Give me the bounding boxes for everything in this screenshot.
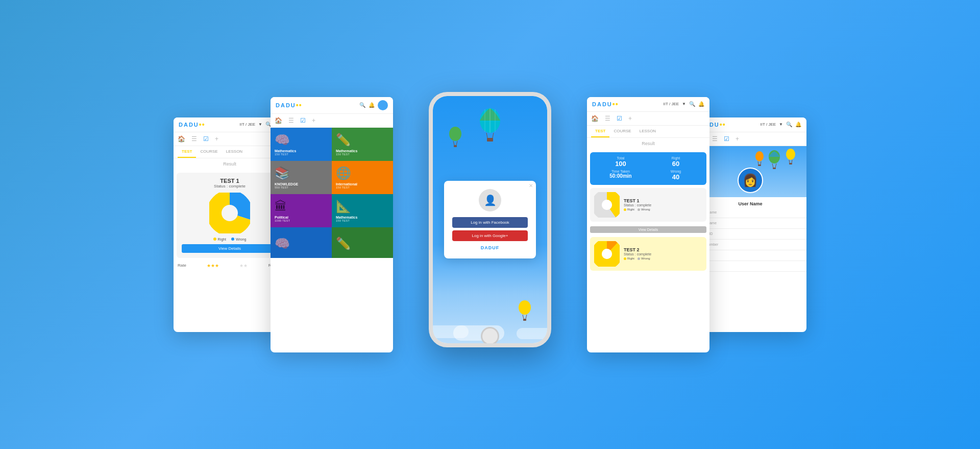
right-label: Right [218,238,226,241]
result-nav: D A D U •• IIT / JEE ▼ 🔍 🔔 [587,97,709,112]
svg-rect-9 [487,138,493,141]
left-tab-lesson[interactable]: LESSON [222,146,247,158]
courses-bell-icon[interactable]: 🔔 [369,102,375,108]
left-nav-course[interactable]: IIT / JEE [240,122,256,127]
left-tab-course[interactable]: COURSE [196,146,222,158]
courses-avatar[interactable] [378,100,388,110]
result-test2-status: Status : complete [624,252,702,256]
profile-last-name[interactable]: Last Name [694,218,806,229]
courses-home-icon[interactable]: 🏠 [275,117,282,124]
left-home-icon[interactable]: 🏠 [178,135,185,143]
phone-login-logo: DADUF [452,245,528,250]
svg-line-8 [493,133,494,138]
courses-brand: D A D U •• [276,101,302,109]
left-screen: D A D U •• IIT / JEE ▼ 🔍 🔔 🏠 ☰ ☑ + TEST … [174,117,286,332]
result-menu-icon[interactable]: ☰ [605,115,610,122]
course-tile-3[interactable]: 🌐 International 150 TEST [332,161,393,194]
result-check-icon[interactable]: ☑ [617,115,622,122]
profile-city-label: City [699,253,801,257]
result-tab-test[interactable]: TEST [591,126,609,137]
stat-time: Time Taken 50:00min [594,170,647,181]
course-icon-6: 🧠 [275,237,290,251]
course-tile-6[interactable]: 🧠 [271,227,332,258]
result-search-icon[interactable]: 🔍 [689,101,695,107]
profile-balloon-3 [754,151,765,169]
result-home-icon[interactable]: 🏠 [591,115,599,122]
course-tile-0[interactable]: 🧠 Mathematics 150 TEST [271,128,332,161]
test2-right-dot [624,257,626,260]
left-test-card: TEST 1 Status : complete Right [177,173,283,258]
left-rate-row: Rate ★★★★★ Review [174,261,286,270]
stat-total: Total 100 [594,156,647,168]
profile-screen: D A D U •• IIT / JEE ▼ 🔍 🔔 🏠 ☰ ☑ + [694,117,806,332]
profile-nav-course[interactable]: IIT / JEE [761,122,776,127]
profile-city[interactable]: City [694,250,806,261]
courses-check-icon[interactable]: ☑ [300,117,306,124]
phone-fb-button[interactable]: Log in with Facebook [452,217,528,228]
phone-screen: ✕ 👤 Log in with Facebook Log in with Goo… [433,96,547,343]
profile-first-name[interactable]: First Name [694,207,806,218]
profile-avatar: 👩 [738,168,763,193]
svg-point-20 [602,200,612,210]
course-tile-2[interactable]: 📚 KNOWLEDGE 550 TEST [271,161,332,194]
phone-home-button[interactable] [481,327,499,345]
profile-tab-icons: 🏠 ☰ ☑ + [694,132,806,146]
svg-line-29 [772,163,773,168]
left-menu-icon[interactable]: ☰ [191,135,197,143]
course-tile-7[interactable]: ✏️ [332,227,393,258]
left-tab-test[interactable]: TEST [178,146,196,158]
svg-line-26 [792,160,792,163]
test1-right-label: Right [627,208,634,211]
svg-line-12 [456,141,457,145]
courses-add-icon[interactable]: + [312,117,315,124]
phone-google-button[interactable]: Log in with Google+ [452,230,528,241]
course-tile-1[interactable]: ✏️ Mathematics 150 TEST [332,128,393,161]
course-count-3: 150 TEST [336,186,350,189]
course-count-5: 150 TEST [336,219,350,222]
result-bell-icon[interactable]: 🔔 [698,101,704,107]
result-test1-status: Status : complete [624,203,702,207]
result-add-icon[interactable]: + [628,115,632,122]
course-count-1: 150 TEST [336,153,350,156]
course-tile-5[interactable]: 📐 Mathematics 150 TEST [332,194,393,227]
profile-search-icon[interactable]: 🔍 [786,122,792,127]
phone: ✕ 👤 Log in with Facebook Log in with Goo… [429,92,551,347]
svg-line-11 [453,141,454,145]
profile-balloon-2 [768,150,781,172]
courses-grid: 🧠 Mathematics 150 TEST ✏️ Mathematics 15… [271,128,393,258]
left-add-icon[interactable]: + [215,135,218,143]
course-tile-4[interactable]: 🏛 Political 1000 TEST [271,194,332,227]
courses-search-icon[interactable]: 🔍 [359,102,365,108]
profile-add-icon[interactable]: + [736,135,739,143]
profile-username-container: User Name [694,197,806,207]
left-stars[interactable]: ★★★ [207,263,219,268]
result-title: Result [587,138,709,149]
profile-state[interactable]: State [694,261,806,272]
profile-phone[interactable]: Ph. Number [694,240,806,250]
result-view-details-btn[interactable]: View Details [590,226,706,233]
profile-bell-icon[interactable]: 🔔 [795,122,801,127]
phone-login-card: ✕ 👤 Log in with Facebook Log in with Goo… [444,181,536,258]
left-test-status: Status : complete [182,184,278,188]
course-name-5: Mathematics [336,216,357,219]
course-count-0: 150 TEST [275,153,288,156]
svg-rect-35 [758,164,761,166]
result-brand: D A D U •• [592,100,619,108]
courses-menu-icon[interactable]: ☰ [288,117,294,124]
profile-state-label: State [699,264,801,268]
left-rate-label: Rate [178,263,186,268]
phone-login-close[interactable]: ✕ [529,183,533,188]
left-check-icon[interactable]: ☑ [203,135,209,143]
result-tab-icons: 🏠 ☰ ☑ + [587,112,709,126]
course-icon-4: 🏛 [275,199,287,214]
left-view-details-btn[interactable]: View Details [182,244,278,253]
result-tab-lesson[interactable]: LESSON [635,126,660,137]
profile-menu-icon[interactable]: ☰ [712,135,718,143]
profile-check-icon[interactable]: ☑ [724,135,729,143]
course-icon-0: 🧠 [275,133,290,147]
result-nav-course[interactable]: IIT / JEE [664,102,679,106]
course-count-4: 1000 TEST [275,219,290,222]
result-tab-course[interactable]: COURSE [609,126,635,137]
svg-rect-27 [789,163,792,164]
profile-email[interactable]: Email ID [694,229,806,240]
